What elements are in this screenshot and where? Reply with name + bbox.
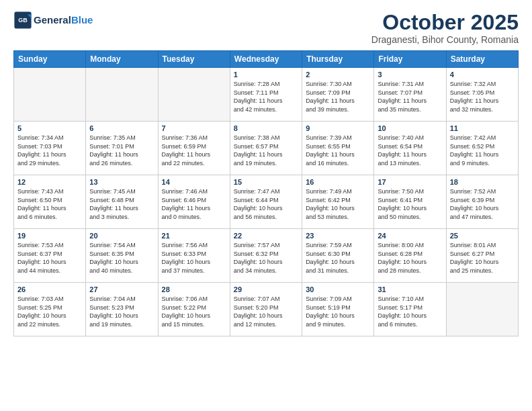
day-info: Sunrise: 7:46 AM Sunset: 6:46 PM Dayligh… bbox=[162, 187, 226, 221]
calendar-cell: 21Sunrise: 7:56 AM Sunset: 6:33 PM Dayli… bbox=[158, 229, 230, 283]
calendar-cell: 15Sunrise: 7:47 AM Sunset: 6:44 PM Dayli… bbox=[230, 175, 302, 229]
page-header: GB GeneralBlue October 2025 Draganesti, … bbox=[13, 11, 519, 45]
calendar-cell: 9Sunrise: 7:39 AM Sunset: 6:55 PM Daylig… bbox=[302, 122, 374, 175]
logo-icon: GB bbox=[13, 11, 32, 30]
weekday-header-sunday: Sunday bbox=[14, 51, 86, 68]
day-number: 10 bbox=[378, 124, 442, 132]
calendar-cell: 27Sunrise: 7:04 AM Sunset: 5:23 PM Dayli… bbox=[86, 283, 158, 336]
day-number: 5 bbox=[17, 124, 82, 132]
calendar-cell: 29Sunrise: 7:07 AM Sunset: 5:20 PM Dayli… bbox=[230, 283, 302, 336]
calendar-cell: 13Sunrise: 7:45 AM Sunset: 6:48 PM Dayli… bbox=[86, 175, 158, 229]
day-number: 7 bbox=[162, 124, 226, 132]
day-info: Sunrise: 7:59 AM Sunset: 6:30 PM Dayligh… bbox=[306, 241, 370, 275]
page-container: GB GeneralBlue October 2025 Draganesti, … bbox=[0, 0, 532, 343]
day-info: Sunrise: 7:10 AM Sunset: 5:17 PM Dayligh… bbox=[378, 295, 442, 328]
day-number: 11 bbox=[450, 124, 515, 132]
day-info: Sunrise: 7:03 AM Sunset: 5:25 PM Dayligh… bbox=[17, 295, 82, 328]
weekday-header-wednesday: Wednesday bbox=[230, 51, 302, 68]
day-info: Sunrise: 7:30 AM Sunset: 7:09 PM Dayligh… bbox=[306, 80, 370, 113]
calendar-cell: 23Sunrise: 7:59 AM Sunset: 6:30 PM Dayli… bbox=[302, 229, 374, 283]
day-info: Sunrise: 7:54 AM Sunset: 6:35 PM Dayligh… bbox=[89, 241, 154, 275]
calendar-cell: 14Sunrise: 7:46 AM Sunset: 6:46 PM Dayli… bbox=[158, 175, 230, 229]
day-number: 22 bbox=[234, 232, 298, 240]
day-number: 13 bbox=[89, 178, 154, 186]
calendar-cell: 3Sunrise: 7:31 AM Sunset: 7:07 PM Daylig… bbox=[374, 68, 446, 122]
day-info: Sunrise: 7:38 AM Sunset: 6:57 PM Dayligh… bbox=[234, 134, 298, 167]
calendar-cell bbox=[446, 283, 518, 336]
day-number: 2 bbox=[306, 71, 370, 79]
day-info: Sunrise: 7:53 AM Sunset: 6:37 PM Dayligh… bbox=[17, 241, 82, 275]
day-info: Sunrise: 7:06 AM Sunset: 5:22 PM Dayligh… bbox=[162, 295, 226, 328]
day-number: 27 bbox=[89, 285, 154, 293]
day-info: Sunrise: 7:43 AM Sunset: 6:50 PM Dayligh… bbox=[17, 187, 82, 221]
day-info: Sunrise: 7:31 AM Sunset: 7:07 PM Dayligh… bbox=[378, 80, 442, 113]
day-number: 12 bbox=[17, 178, 82, 186]
day-number: 8 bbox=[234, 124, 298, 132]
calendar-cell: 4Sunrise: 7:32 AM Sunset: 7:05 PM Daylig… bbox=[446, 68, 518, 122]
month-title: October 2025 bbox=[371, 11, 519, 34]
day-info: Sunrise: 7:49 AM Sunset: 6:42 PM Dayligh… bbox=[306, 187, 370, 221]
day-number: 19 bbox=[17, 232, 82, 240]
day-info: Sunrise: 7:09 AM Sunset: 5:19 PM Dayligh… bbox=[306, 295, 370, 328]
calendar-week-1: 1Sunrise: 7:28 AM Sunset: 7:11 PM Daylig… bbox=[14, 68, 519, 122]
calendar-cell: 12Sunrise: 7:43 AM Sunset: 6:50 PM Dayli… bbox=[14, 175, 86, 229]
calendar-cell bbox=[86, 68, 158, 122]
calendar-cell bbox=[158, 68, 230, 122]
day-info: Sunrise: 7:40 AM Sunset: 6:54 PM Dayligh… bbox=[378, 134, 442, 167]
calendar-week-4: 19Sunrise: 7:53 AM Sunset: 6:37 PM Dayli… bbox=[14, 229, 519, 283]
day-number: 18 bbox=[450, 178, 515, 186]
day-info: Sunrise: 7:45 AM Sunset: 6:48 PM Dayligh… bbox=[89, 187, 154, 221]
weekday-header-tuesday: Tuesday bbox=[158, 51, 230, 68]
day-info: Sunrise: 7:35 AM Sunset: 7:01 PM Dayligh… bbox=[89, 134, 154, 167]
day-info: Sunrise: 7:56 AM Sunset: 6:33 PM Dayligh… bbox=[162, 241, 226, 275]
location-subtitle: Draganesti, Bihor County, Romania bbox=[371, 34, 519, 45]
day-info: Sunrise: 7:39 AM Sunset: 6:55 PM Dayligh… bbox=[306, 134, 370, 167]
calendar-cell: 18Sunrise: 7:52 AM Sunset: 6:39 PM Dayli… bbox=[446, 175, 518, 229]
calendar-cell: 8Sunrise: 7:38 AM Sunset: 6:57 PM Daylig… bbox=[230, 122, 302, 175]
calendar-cell: 1Sunrise: 7:28 AM Sunset: 7:11 PM Daylig… bbox=[230, 68, 302, 122]
day-number: 1 bbox=[234, 71, 298, 79]
day-info: Sunrise: 7:47 AM Sunset: 6:44 PM Dayligh… bbox=[234, 187, 298, 221]
day-number: 21 bbox=[162, 232, 226, 240]
day-number: 31 bbox=[378, 285, 442, 293]
logo-line2: Blue bbox=[71, 14, 93, 26]
day-number: 4 bbox=[450, 71, 515, 79]
calendar-cell: 20Sunrise: 7:54 AM Sunset: 6:35 PM Dayli… bbox=[86, 229, 158, 283]
day-number: 15 bbox=[234, 178, 298, 186]
calendar-cell: 28Sunrise: 7:06 AM Sunset: 5:22 PM Dayli… bbox=[158, 283, 230, 336]
weekday-header-row: SundayMondayTuesdayWednesdayThursdayFrid… bbox=[14, 51, 519, 68]
calendar-cell: 26Sunrise: 7:03 AM Sunset: 5:25 PM Dayli… bbox=[14, 283, 86, 336]
calendar-week-3: 12Sunrise: 7:43 AM Sunset: 6:50 PM Dayli… bbox=[14, 175, 519, 229]
weekday-header-monday: Monday bbox=[86, 51, 158, 68]
day-info: Sunrise: 7:57 AM Sunset: 6:32 PM Dayligh… bbox=[234, 241, 298, 275]
calendar-cell: 7Sunrise: 7:36 AM Sunset: 6:59 PM Daylig… bbox=[158, 122, 230, 175]
day-number: 23 bbox=[306, 232, 370, 240]
day-number: 28 bbox=[162, 285, 226, 293]
day-number: 24 bbox=[378, 232, 442, 240]
svg-text:GB: GB bbox=[18, 17, 28, 24]
day-info: Sunrise: 8:00 AM Sunset: 6:28 PM Dayligh… bbox=[378, 241, 442, 275]
calendar-cell bbox=[14, 68, 86, 122]
calendar-cell: 30Sunrise: 7:09 AM Sunset: 5:19 PM Dayli… bbox=[302, 283, 374, 336]
day-info: Sunrise: 7:50 AM Sunset: 6:41 PM Dayligh… bbox=[378, 187, 442, 221]
calendar-cell: 31Sunrise: 7:10 AM Sunset: 5:17 PM Dayli… bbox=[374, 283, 446, 336]
day-info: Sunrise: 7:52 AM Sunset: 6:39 PM Dayligh… bbox=[450, 187, 515, 221]
calendar-cell: 19Sunrise: 7:53 AM Sunset: 6:37 PM Dayli… bbox=[14, 229, 86, 283]
logo: GB GeneralBlue bbox=[13, 11, 93, 30]
calendar-cell: 2Sunrise: 7:30 AM Sunset: 7:09 PM Daylig… bbox=[302, 68, 374, 122]
calendar-cell: 5Sunrise: 7:34 AM Sunset: 7:03 PM Daylig… bbox=[14, 122, 86, 175]
calendar-week-2: 5Sunrise: 7:34 AM Sunset: 7:03 PM Daylig… bbox=[14, 122, 519, 175]
calendar-cell: 24Sunrise: 8:00 AM Sunset: 6:28 PM Dayli… bbox=[374, 229, 446, 283]
day-number: 26 bbox=[17, 285, 82, 293]
day-info: Sunrise: 7:42 AM Sunset: 6:52 PM Dayligh… bbox=[450, 134, 515, 167]
calendar-cell: 10Sunrise: 7:40 AM Sunset: 6:54 PM Dayli… bbox=[374, 122, 446, 175]
day-number: 6 bbox=[89, 124, 154, 132]
day-number: 17 bbox=[378, 178, 442, 186]
calendar-cell: 16Sunrise: 7:49 AM Sunset: 6:42 PM Dayli… bbox=[302, 175, 374, 229]
calendar-cell: 25Sunrise: 8:01 AM Sunset: 6:27 PM Dayli… bbox=[446, 229, 518, 283]
day-number: 29 bbox=[234, 285, 298, 293]
logo-line1: General bbox=[34, 14, 71, 26]
day-number: 30 bbox=[306, 285, 370, 293]
day-info: Sunrise: 8:01 AM Sunset: 6:27 PM Dayligh… bbox=[450, 241, 515, 275]
calendar-cell: 17Sunrise: 7:50 AM Sunset: 6:41 PM Dayli… bbox=[374, 175, 446, 229]
